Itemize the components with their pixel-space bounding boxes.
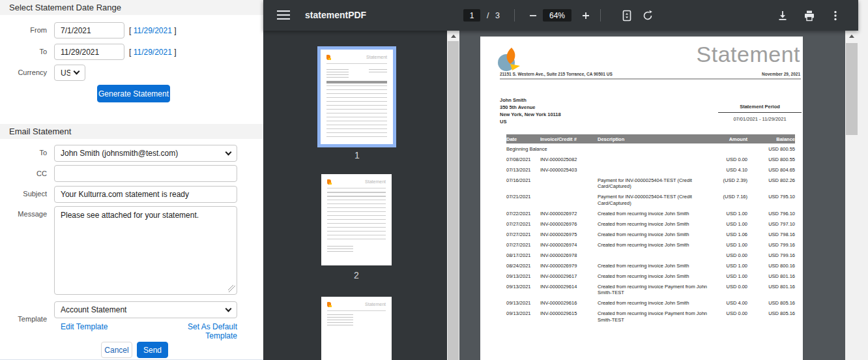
email-section-title: Email Statement bbox=[9, 127, 71, 136]
mini-statement-title: Statement bbox=[365, 302, 386, 307]
chevron-down-icon bbox=[74, 68, 80, 75]
subject-label: Subject bbox=[0, 190, 47, 198]
pdf-viewer: statementPDF 1 / 3 64% bbox=[263, 0, 858, 360]
table-row: 09/13/2021INV-0000029617Created from rec… bbox=[506, 271, 795, 281]
edit-template-link[interactable]: Edit Template bbox=[61, 322, 108, 331]
from-date-shortcut: [ 11/29/2021 ] bbox=[129, 26, 177, 35]
table-row: Beginning BalanceUSD 800.55 bbox=[506, 143, 795, 154]
currency-label: Currency bbox=[0, 68, 47, 76]
rotate-button[interactable] bbox=[640, 8, 656, 23]
col-balance: Balance bbox=[747, 134, 795, 143]
fit-to-page-button[interactable] bbox=[619, 8, 635, 23]
statement-page: 21151 S. Western Ave., Suite 215 Torranc… bbox=[480, 37, 803, 360]
template-label: Template bbox=[0, 315, 47, 323]
page-total: 3 bbox=[495, 11, 500, 20]
chevron-down-icon bbox=[225, 305, 232, 312]
from-date-input[interactable] bbox=[54, 22, 124, 38]
from-date-shortcut-link[interactable]: 11/29/2021 bbox=[134, 26, 172, 35]
table-row: 07/16/2021Payment for INV-0000025404-TES… bbox=[506, 175, 795, 192]
thumbnail-page-3[interactable]: Statement bbox=[321, 297, 392, 360]
window-edge-strip bbox=[858, 0, 868, 360]
mini-statement-title: Statement bbox=[365, 179, 386, 185]
textarea-resize-handle[interactable] bbox=[228, 285, 235, 292]
table-row: 07/21/2021Payment for INV-0000025404-TES… bbox=[506, 192, 795, 209]
table-row: 08/24/2021INV-0000026979Created from rec… bbox=[506, 260, 795, 271]
subject-input[interactable] bbox=[54, 186, 237, 203]
to-date-input[interactable] bbox=[54, 44, 124, 60]
table-row: 09/13/2021INV-0000029614Created from rec… bbox=[506, 281, 795, 298]
header-divider bbox=[500, 78, 801, 80]
message-label: Message bbox=[0, 210, 47, 218]
currency-select[interactable]: USD bbox=[54, 65, 85, 81]
to-date-shortcut: [ 11/29/2021 ] bbox=[129, 48, 177, 57]
col-amount: Amount bbox=[707, 134, 747, 143]
statement-date: November 29, 2021 bbox=[762, 72, 800, 76]
mini-logo-icon bbox=[326, 55, 330, 60]
table-row: 07/27/2021INV-0000026976Created from rec… bbox=[506, 218, 795, 229]
statement-period-label: Statement Period bbox=[718, 104, 802, 113]
col-description: Description bbox=[598, 134, 707, 143]
table-row: 07/13/2021INV-0000025403USD 4.10USD 804.… bbox=[506, 164, 795, 175]
table-row: 07/27/2021INV-0000026974Created from rec… bbox=[506, 239, 795, 250]
template-select[interactable]: Account Statement bbox=[54, 301, 237, 318]
mini-logo-icon bbox=[327, 179, 331, 185]
col-invoice: Invoice/Credit # bbox=[540, 134, 598, 143]
table-row: 09/13/2021INV-0000029616Created from rec… bbox=[506, 298, 795, 308]
table-row: 07/08/2021INV-0000025082USD 0.00USD 800.… bbox=[506, 154, 795, 164]
from-label: From bbox=[0, 26, 47, 34]
send-button[interactable]: Send bbox=[137, 342, 168, 358]
cancel-button[interactable]: Cancel bbox=[101, 342, 132, 358]
zoom-level-input[interactable]: 64% bbox=[543, 9, 571, 22]
thumbnail-page-1[interactable]: Statement bbox=[317, 46, 396, 147]
col-date: Date bbox=[506, 134, 540, 143]
print-icon[interactable] bbox=[802, 8, 817, 23]
cc-input[interactable] bbox=[54, 165, 237, 182]
statement-table-rows: Beginning BalanceUSD 800.5507/08/2021INV… bbox=[506, 143, 795, 325]
table-row: 07/22/2021INV-0000026972Created from rec… bbox=[506, 208, 795, 218]
table-row: 09/13/2021INV-0000029615Created from rec… bbox=[506, 308, 795, 325]
thumbnail-scrollbar bbox=[447, 31, 459, 360]
message-textarea[interactable]: Please see attached for your statement. bbox=[54, 206, 237, 295]
statement-form-panel: Select Statement Date Range From [ 11/29… bbox=[0, 0, 263, 360]
zoom-out-button[interactable] bbox=[525, 8, 541, 23]
date-range-title: Select Statement Date Range bbox=[9, 3, 121, 12]
date-range-section-header: Select Statement Date Range bbox=[0, 0, 263, 15]
company-logo bbox=[496, 47, 523, 73]
download-icon[interactable] bbox=[775, 8, 790, 23]
pdf-title: statementPDF bbox=[305, 10, 366, 20]
statement-period: Statement Period 07/01/2021 - 11/29/2021 bbox=[718, 104, 802, 122]
thumbnail-sidebar: Statement 1 Statement 2 bbox=[263, 31, 459, 360]
page-number-input[interactable]: 1 bbox=[463, 9, 480, 22]
chevron-down-icon bbox=[225, 149, 232, 155]
recipient-block: John Smith 350 5th Avenue New York, New … bbox=[500, 97, 561, 125]
menu-icon[interactable] bbox=[277, 10, 290, 20]
scrollbar-thumb[interactable] bbox=[846, 43, 858, 135]
table-header-row: Date Invoice/Credit # Description Amount… bbox=[506, 134, 795, 143]
document-scrollbar bbox=[845, 31, 858, 360]
page-separator: / bbox=[487, 11, 489, 20]
table-row: 08/17/2021INV-0000026978USD 0.00USD 799.… bbox=[506, 250, 795, 260]
scroll-up-arrow[interactable] bbox=[845, 31, 858, 42]
generate-statement-button[interactable]: Generate Statement bbox=[97, 85, 170, 102]
thumbnail-label-2: 2 bbox=[317, 270, 396, 280]
to-label: To bbox=[0, 48, 47, 55]
document-title: Statement bbox=[697, 42, 800, 67]
email-section-header: Email Statement bbox=[0, 124, 263, 139]
company-address: 21151 S. Western Ave., Suite 215 Torranc… bbox=[500, 72, 613, 76]
thumbnail-page-2[interactable]: Statement bbox=[321, 174, 392, 265]
pdf-toolbar: statementPDF 1 / 3 64% bbox=[263, 0, 858, 31]
table-row: 07/27/2021INV-0000026975Created from rec… bbox=[506, 229, 795, 239]
email-to-label: To bbox=[0, 149, 47, 157]
mini-logo-icon bbox=[327, 302, 331, 307]
thumbnail-label-1: 1 bbox=[318, 150, 396, 160]
zoom-in-button[interactable] bbox=[578, 8, 594, 23]
email-to-select[interactable]: John Smith (johnsmith@test.com) bbox=[54, 145, 237, 162]
more-options-icon[interactable] bbox=[828, 8, 843, 23]
to-date-shortcut-link[interactable]: 11/29/2021 bbox=[134, 48, 172, 57]
statement-period-value: 07/01/2021 - 11/29/2021 bbox=[718, 116, 802, 122]
mini-statement-title: Statement bbox=[366, 55, 387, 60]
scroll-up-arrow[interactable] bbox=[447, 31, 459, 41]
statement-table: Date Invoice/Credit # Description Amount… bbox=[506, 134, 795, 325]
scrollbar-thumb[interactable] bbox=[448, 41, 459, 360]
set-default-template-link[interactable]: Set As Default Template bbox=[156, 322, 237, 340]
